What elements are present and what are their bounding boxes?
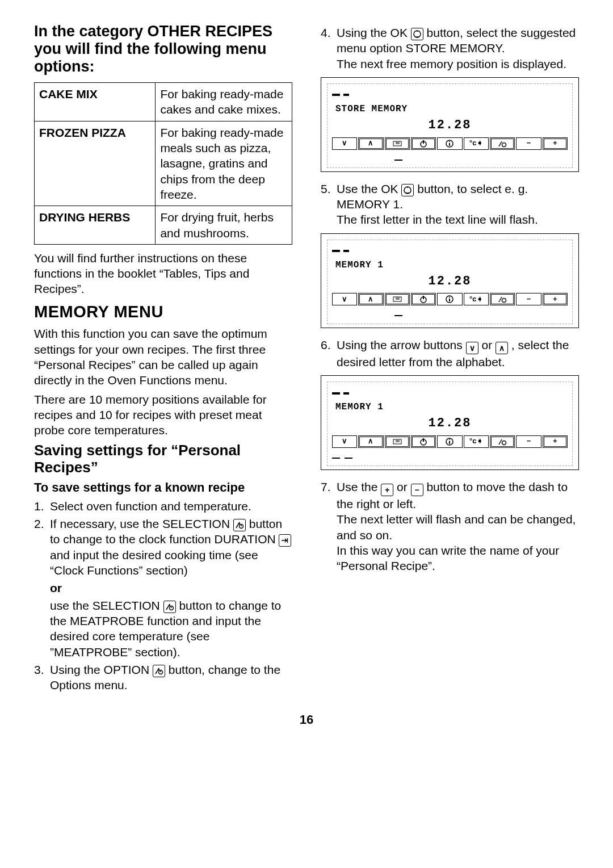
lcd-panel-store-memory: STORE MEMORY 12.28 ∨ ∧ °c➧ − + [321,77,579,172]
lcd1-time: 12.28 [332,118,568,134]
ok-icon [401,184,414,196]
power-button[interactable] [411,293,436,305]
step-2alt-text-a: use the SELECTION [50,599,163,612]
step-7: 7. Use the + or − button to move the das… [321,479,579,573]
steps-list-right-6: 6. Using the arrow buttons ∨ or ∧ , sele… [321,337,579,370]
step-2: 2. If necessary, use the SELECTION butto… [34,516,292,578]
display-button[interactable] [385,435,410,448]
svg-point-26 [449,297,450,298]
steps-list-right-5: 5. Use the OK button, to select e. g. ME… [321,181,579,228]
step-7-text-e: In this way you can write the name of yo… [337,544,559,572]
display-button[interactable] [385,293,410,305]
page-number: 16 [34,712,579,728]
step-2-alt: use the SELECTION button to change to th… [50,598,292,660]
info-button[interactable] [437,293,462,305]
step-6-text-a: Using the arrow buttons [337,338,466,351]
lcd3-time: 12.28 [332,416,568,432]
lcd-panel-memory-1-edit: MEMORY 1 12.28 ∨ ∧ °c➧ − + [321,375,579,470]
up-button[interactable]: ∧ [358,435,383,448]
selection-icon [233,519,246,531]
minus-button[interactable]: − [516,293,541,305]
temp-button[interactable]: °c➧ [464,293,489,305]
recipe-options-table: CAKE MIX For baking ready-made cakes and… [34,82,292,245]
step-4-text-c: The next free memory position is display… [337,57,566,70]
step-5: 5. Use the OK button, to select e. g. ME… [321,181,579,228]
saving-settings-heading: Saving settings for “Personal Recipes” [34,442,292,476]
memory-menu-heading: MEMORY MENU [34,301,292,323]
save-known-recipe-heading: To save settings for a known recipe [34,480,292,496]
up-button[interactable]: ∧ [358,137,383,150]
minus-icon: − [411,484,423,496]
lcd1-line1: STORE MEMORY [335,103,568,115]
right-column: 4. Using the OK button, select the sugge… [321,23,579,695]
cakemix-label: CAKE MIX [35,83,156,121]
after-table-para: You will find further instructions on th… [34,250,292,297]
down-button[interactable]: ∨ [332,137,357,150]
svg-point-16 [449,141,450,142]
power-button[interactable] [411,137,436,150]
step-1: 1. Select oven function and temperature. [34,498,292,514]
step-7-text-b: or [397,480,411,493]
lcd-button-row: ∨ ∧ °c➧ − + [332,293,568,305]
step-3: 3. Using the OPTION button, change to th… [34,662,292,693]
temp-button[interactable]: °c➧ [464,435,489,448]
table-row: CAKE MIX For baking ready-made cakes and… [35,83,292,121]
step-7-text-d: The next letter will flash and can be ch… [337,513,576,541]
frozenpizza-desc: For baking ready-made meals such as pizz… [156,121,292,206]
info-button[interactable] [437,137,462,150]
memory-para-2: There are 10 memory positions available … [34,392,292,438]
arrow-up-icon: ∧ [496,342,508,354]
svg-point-27 [502,299,506,303]
arrow-down-icon: ∨ [466,342,478,354]
step-5-text-c: The first letter in the text line will f… [337,213,538,226]
step-7-text-a: Use the [337,480,381,493]
steps-list-cont: 3. Using the OPTION button, change to th… [34,662,292,693]
svg-point-35 [449,439,450,440]
minus-button[interactable]: − [516,435,541,448]
power-button[interactable] [411,435,436,448]
step-5-text-a: Use the OK [337,182,401,195]
step-4: 4. Using the OK button, select the sugge… [321,25,579,72]
plus-button[interactable]: + [543,435,568,448]
svg-point-36 [502,441,506,445]
display-button[interactable] [385,137,410,150]
cakemix-desc: For baking ready-made cakes and cake mix… [156,83,292,121]
lcd-button-row: ∨ ∧ °c➧ − + [332,435,568,448]
temp-button[interactable]: °c➧ [464,137,489,150]
step-4-text-a: Using the OK [337,26,411,39]
option-button[interactable] [490,435,515,448]
other-recipes-heading: In the category OTHER RECIPES you will f… [34,23,292,76]
option-button[interactable] [490,137,515,150]
step-6: 6. Using the arrow buttons ∨ or ∧ , sele… [321,337,579,370]
left-column: In the category OTHER RECIPES you will f… [34,23,292,695]
selection-icon [163,601,176,613]
step-2-text-c: and input the desired cooking time (see … [50,548,258,577]
lcd3-line1: MEMORY 1 [335,401,568,413]
option-icon [153,665,165,677]
steps-list-right-7: 7. Use the + or − button to move the das… [321,479,579,573]
dryingherbs-label: DRYING HERBS [35,206,156,245]
plus-button[interactable]: + [543,293,568,305]
down-button[interactable]: ∨ [332,293,357,305]
frozenpizza-label: FROZEN PIZZA [35,121,156,206]
duration-icon [279,534,291,547]
up-button[interactable]: ∧ [358,293,383,305]
plus-button[interactable]: + [543,137,568,150]
option-button[interactable] [490,293,515,305]
svg-point-17 [502,142,506,146]
lcd-button-row: ∨ ∧ °c➧ − + [332,137,568,150]
step-1-text: Select oven function and temperature. [50,498,292,514]
step-2-text-a: If necessary, use the SELECTION [50,517,233,530]
step-3-text-a: Using the OPTION [50,663,153,676]
steps-list-right: 4. Using the OK button, select the sugge… [321,25,579,72]
table-row: FROZEN PIZZA For baking ready-made meals… [35,121,292,206]
lcd2-line1: MEMORY 1 [335,259,568,271]
ok-icon [411,28,423,40]
info-button[interactable] [437,435,462,448]
down-button[interactable]: ∨ [332,435,357,448]
lcd-panel-memory-1: MEMORY 1 12.28 ∨ ∧ °c➧ − + [321,233,579,328]
minus-button[interactable]: − [516,137,541,150]
memory-para-1: With this function you can save the opti… [34,326,292,388]
lcd2-time: 12.28 [332,274,568,290]
table-row: DRYING HERBS For drying fruit, herbs and… [35,206,292,245]
